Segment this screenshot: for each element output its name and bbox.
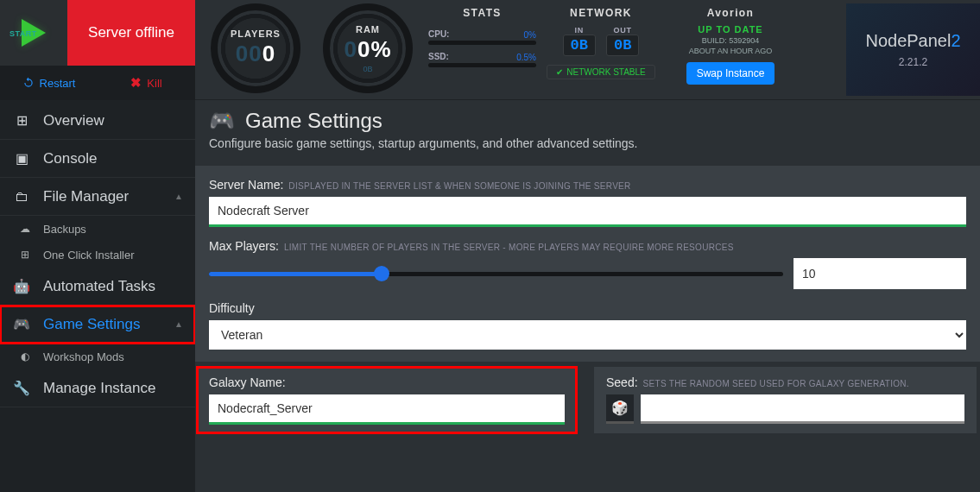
field-label: Server Name: xyxy=(209,178,283,192)
randomize-seed-button[interactable]: 🎲 xyxy=(606,394,634,424)
sidebar: START Server offline Restart ✖ Kill ⊞ Ov… xyxy=(0,0,195,492)
server-name-input[interactable] xyxy=(209,197,966,227)
sidebar-sub-label: Workshop Mods xyxy=(43,350,124,363)
ram-sub: 0B xyxy=(363,65,372,73)
network-panel: NETWORK IN0B OUT0B ✔NETWORK STABLE xyxy=(545,3,657,79)
dial-label: PLAYERS xyxy=(231,28,281,39)
steam-icon: ◐ xyxy=(17,350,33,363)
check-icon: ✔ xyxy=(556,67,563,77)
kill-button[interactable]: ✖ Kill xyxy=(98,66,195,100)
players-value: 0 xyxy=(262,41,275,66)
field-label: Galaxy Name: xyxy=(209,375,286,389)
chevron-up-icon: ▲ xyxy=(174,192,183,201)
chevron-up-icon: ▲ xyxy=(174,319,183,329)
cpu-label: CPU: xyxy=(428,29,536,39)
grid-icon: ⊞ xyxy=(12,112,31,129)
max-players-field: Max Players: LIMIT THE NUMBER OF PLAYERS… xyxy=(209,239,966,289)
kill-label: Kill xyxy=(147,77,161,90)
sidebar-item-label: Automated Tasks xyxy=(43,278,155,295)
topbar: PLAYERS 000 RAM 00% 0B STATS CPU: 0% SSD xyxy=(195,0,980,100)
sidebar-item-manage-instance[interactable]: 🔧 Manage Instance xyxy=(0,369,195,407)
cloud-icon: ☁ xyxy=(17,223,33,235)
net-in-value: 0B xyxy=(563,35,596,56)
close-icon: ✖ xyxy=(130,75,142,91)
sidebar-sub-label: One Click Installer xyxy=(43,249,134,262)
difficulty-select[interactable]: Veteran xyxy=(209,320,966,350)
brand-panel: NodePanel2 2.21.2 xyxy=(846,3,980,96)
restart-label: Restart xyxy=(40,77,76,90)
sidebar-item-label: Console xyxy=(43,150,97,167)
max-players-input[interactable] xyxy=(793,258,966,289)
ssd-pct: 0.5% xyxy=(516,53,536,62)
gamepad-icon: 🎮 xyxy=(209,109,235,133)
terminal-icon: ▣ xyxy=(12,150,31,167)
dial-label: RAM xyxy=(356,24,380,35)
sidebar-item-label: Overview xyxy=(43,112,104,129)
sidebar-item-automated-tasks[interactable]: 🤖 Automated Tasks xyxy=(0,268,195,306)
refresh-icon xyxy=(22,77,35,89)
start-label: START xyxy=(9,29,37,38)
sidebar-item-label: Manage Instance xyxy=(43,380,155,397)
ram-value: 0% xyxy=(357,36,392,62)
ram-dial: RAM 00% 0B xyxy=(316,3,420,93)
sidebar-item-file-manager[interactable]: 🗀 File Manager ▲ xyxy=(0,178,195,216)
sidebar-item-overview[interactable]: ⊞ Overview xyxy=(0,102,195,140)
folder-icon: 🗀 xyxy=(12,189,31,205)
sidebar-sub-one-click[interactable]: ⊞ One Click Installer xyxy=(0,242,195,268)
seed-input[interactable] xyxy=(641,394,964,424)
game-name: Avorion xyxy=(707,7,755,19)
build-ago: ABOUT AN HOUR AGO xyxy=(689,47,772,55)
sidebar-item-label: Game Settings xyxy=(43,316,140,333)
start-button[interactable]: START xyxy=(0,0,67,66)
net-out-value: 0B xyxy=(606,35,639,56)
dice-icon: 🎲 xyxy=(611,400,629,416)
gamepad-icon: 🎮 xyxy=(12,316,31,332)
sidebar-sub-backups[interactable]: ☁ Backups xyxy=(0,216,195,242)
stats-panel: STATS CPU: 0% SSD: 0.5% xyxy=(428,3,536,67)
network-title: NETWORK xyxy=(570,7,632,19)
galaxy-name-field: Galaxy Name: xyxy=(197,367,577,433)
restart-button[interactable]: Restart xyxy=(0,66,98,100)
stats-title: STATS xyxy=(428,7,536,19)
up-to-date: UP TO DATE xyxy=(698,24,762,35)
galaxy-name-input[interactable] xyxy=(209,394,565,425)
field-hint: LIMIT THE NUMBER OF PLAYERS IN THE SERVE… xyxy=(284,243,734,252)
max-players-slider[interactable] xyxy=(209,258,783,289)
players-dial: PLAYERS 000 xyxy=(204,3,307,93)
network-stable-badge: ✔NETWORK STABLE xyxy=(547,65,655,79)
sidebar-item-console[interactable]: ▣ Console xyxy=(0,140,195,178)
sidebar-sub-workshop-mods[interactable]: ◐ Workshop Mods xyxy=(0,344,195,369)
page-title: 🎮 Game Settings xyxy=(209,109,966,133)
build-number: 5392904 xyxy=(729,36,759,45)
field-hint: SETS THE RANDOM SEED USED FOR GALAXY GEN… xyxy=(643,379,909,388)
page-subtitle: Configure basic game settings, startup a… xyxy=(209,136,966,150)
cpu-pct: 0% xyxy=(524,30,536,40)
wrench-icon: 🔧 xyxy=(12,380,31,396)
field-label: Max Players: xyxy=(209,239,279,253)
sidebar-item-game-settings[interactable]: 🎮 Game Settings ▲ xyxy=(0,306,195,344)
server-status: Server offline xyxy=(67,0,195,66)
field-hint: DISPLAYED IN THE SERVER LIST & WHEN SOME… xyxy=(288,181,630,191)
field-label: Difficulty xyxy=(209,301,255,315)
server-name-field: Server Name: DISPLAYED IN THE SERVER LIS… xyxy=(209,178,966,227)
field-label: Seed: xyxy=(606,375,638,389)
game-panel: Avorion UP TO DATE BUILD: 5392904 ABOUT … xyxy=(666,3,795,85)
robot-icon: 🤖 xyxy=(12,278,31,294)
grid-icon: ⊞ xyxy=(17,249,33,261)
sidebar-item-label: File Manager xyxy=(43,188,129,205)
difficulty-field: Difficulty Veteran xyxy=(209,301,966,350)
sidebar-sub-label: Backups xyxy=(43,223,86,236)
seed-field: Seed: SETS THE RANDOM SEED USED FOR GALA… xyxy=(594,367,977,433)
swap-instance-button[interactable]: Swap Instance xyxy=(686,62,775,85)
brand-version: 2.21.2 xyxy=(899,56,927,68)
